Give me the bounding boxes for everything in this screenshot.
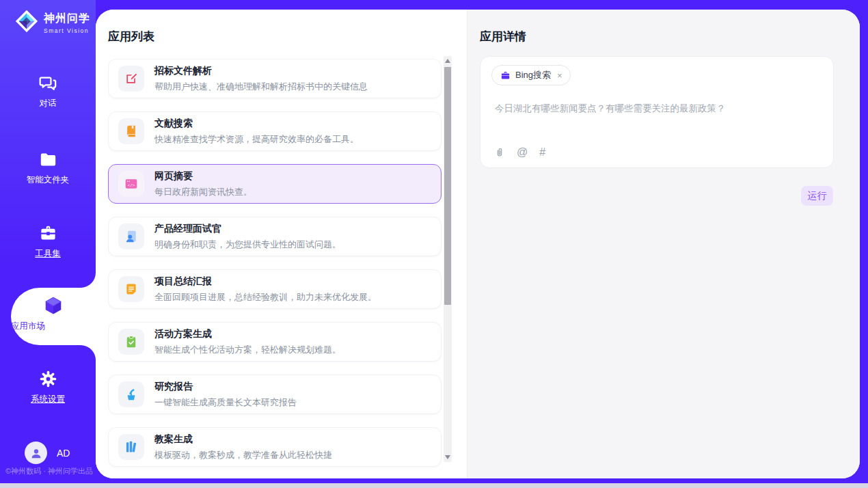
svg-text:</>: </> [128,183,135,188]
list-scrollbar[interactable] [444,56,452,462]
app-card-pm-interviewer[interactable]: 产品经理面试官 明确身份和职责，为您提供专业性的面试问题。 [108,217,442,256]
compose-card: Bing搜索 × 今日湖北有哪些新闻要点？有哪些需要关注的最新政策？ @ # [480,56,834,168]
books-icon [124,440,138,454]
sidebar: 神州问学 Smart Vision 对话 智能文件夹 工具集 [0,0,96,483]
hash-icon[interactable]: # [539,147,545,158]
sidebar-item-app-market[interactable]: 应用市场 [11,288,96,345]
compose-toolbar: @ # [494,147,545,158]
app-icon-tile: </> [118,171,144,197]
app-card-title: 招标文件解析 [154,65,368,77]
app-card-desc: 一键智能生成高质量长文本研究报告 [154,396,297,409]
app-card-desc: 快速精准查找学术资源，提高研究效率的必备工具。 [154,133,359,146]
mention-icon[interactable]: @ [517,147,528,158]
app-card-project-summary[interactable]: 项目总结汇报 全面回顾项目进展，总结经验教训，助力未来优化发展。 [108,269,442,309]
brand-logo: 神州问学 Smart Vision [14,8,90,37]
tool-chip[interactable]: Bing搜索 × [491,65,571,85]
app-card-desc: 智能生成个性化活动方案，轻松解决规划难题。 [154,344,341,356]
user-label: AD [57,448,70,459]
gear-icon [39,370,57,388]
sidebar-item-label: 对话 [40,98,57,108]
app-list-title: 应用列表 [108,29,154,44]
tool-chip-label: Bing搜索 [515,69,551,81]
app-card-web-summary[interactable]: </> 网页摘要 每日政府新闻资讯快查。 [108,164,442,204]
folder-icon [39,150,57,169]
app-icon-tile [118,66,144,92]
app-icon-tile [118,223,144,249]
copyright: ©神州数码 · 神州问学出品 [5,466,93,476]
app-card-title: 文献搜索 [154,118,359,130]
avatar [25,442,47,464]
query-text-input[interactable]: 今日湖北有哪些新闻要点？有哪些需要关注的最新政策？ [495,102,819,116]
interviewer-icon [124,230,138,243]
diamond-icon [14,8,40,37]
app-detail-panel: 应用详情 Bing搜索 × 今日湖北有哪些新闻要点？有哪些需要关注的最新政策？ [467,10,860,478]
app-icon-tile [118,434,144,460]
app-icon-tile [118,276,144,302]
app-card-title: 项目总结汇报 [154,275,377,288]
sidebar-item-label: 工具集 [35,249,61,258]
chat-icon [39,74,57,92]
chip-close-icon[interactable]: × [557,70,562,81]
app-card-desc: 每日政府新闻资讯快查。 [154,186,252,198]
sidebar-item-label: 应用市场 [11,321,45,331]
web-code-icon: </> [124,177,138,191]
app-card-bid-document[interactable]: 招标文件解析 帮助用户快速、准确地理解和解析招标书中的关键信息 [108,59,442,98]
app-card-title: 研究报告 [154,381,297,393]
scroll-up-arrow[interactable] [445,59,450,63]
attachment-icon[interactable] [494,147,505,158]
bubble-notch-bottom [81,345,96,360]
sidebar-item-label: 系统设置 [31,394,65,404]
app-card-title: 教案生成 [154,433,332,446]
note-icon [124,282,138,296]
clipboard-check-icon [124,335,138,349]
app-list-panel: 应用列表 招标文件解析 帮助用户快速、准确地理解和解析招标书中的关键信息 [96,10,467,478]
run-button[interactable]: 运行 [801,186,833,206]
app-icon-tile [118,118,144,144]
scroll-down-arrow[interactable] [445,455,450,459]
briefcase-icon [500,70,511,81]
app-card-desc: 明确身份和职责，为您提供专业性的面试问题。 [154,239,341,251]
app-card-title: 活动方案生成 [154,328,341,340]
toolbox-icon [39,224,57,243]
app-card-research-report[interactable]: 研究报告 一键智能生成高质量长文本研究报告 [108,375,442,414]
cube-icon [43,295,64,316]
sidebar-item-settings[interactable]: 系统设置 [0,370,96,405]
sidebar-item-label: 智能文件夹 [27,175,70,185]
bubble-notch-top [81,273,96,288]
app-icon-tile [118,329,144,355]
app-card-desc: 全面回顾项目进展，总结经验教训，助力未来优化发展。 [154,291,377,303]
brand-name: 神州问学 [44,12,90,26]
bid-document-icon [124,72,138,85]
sidebar-item-chat[interactable]: 对话 [0,74,96,109]
app-card-literature-search[interactable]: 文献搜索 快速精准查找学术资源，提高研究效率的必备工具。 [108,111,442,151]
app-card-title: 产品经理面试官 [154,223,341,235]
user-profile[interactable]: AD [25,442,70,464]
app-card-lesson-plan[interactable]: 教案生成 模板驱动，教案秒成，教学准备从此轻松快捷 [108,427,442,467]
app-detail-title: 应用详情 [480,29,526,44]
app-card-desc: 帮助用户快速、准确地理解和解析招标书中的关键信息 [154,81,368,93]
bottom-strip [0,483,868,488]
literature-book-icon [124,124,138,138]
sidebar-item-smart-folders[interactable]: 智能文件夹 [0,150,96,186]
scroll-thumb[interactable] [444,67,451,305]
app-icon-tile [118,381,144,407]
app-card-desc: 模板驱动，教案秒成，教学准备从此轻松快捷 [154,449,332,461]
app-card-event-plan[interactable]: 活动方案生成 智能生成个性化活动方案，轻松解决规划难题。 [108,322,442,362]
sidebar-item-toolset[interactable]: 工具集 [0,224,96,260]
app-frame: 应用列表 招标文件解析 帮助用户快速、准确地理解和解析招标书中的关键信息 [96,10,860,478]
brand-subtitle: Smart Vision [44,27,90,34]
ink-quill-icon [124,388,138,401]
app-card-title: 网页摘要 [154,170,252,182]
app-card-list: 招标文件解析 帮助用户快速、准确地理解和解析招标书中的关键信息 文献搜索 [108,59,442,478]
